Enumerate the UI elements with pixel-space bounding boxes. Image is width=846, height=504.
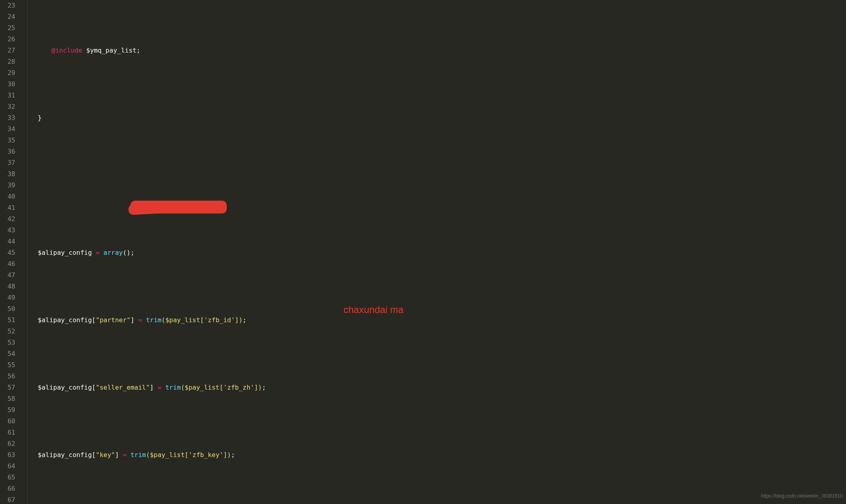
line-number: 38 — [0, 169, 19, 180]
line-number: 30 — [0, 79, 19, 90]
watermark-text: https://blog.csdn.net/weixin_38381610 — [761, 490, 843, 502]
line-number: 34 — [0, 124, 19, 135]
fn-trim: trim — [146, 316, 162, 324]
line-number: 66 — [0, 483, 19, 494]
line-number: 55 — [0, 360, 19, 371]
line-number: 63 — [0, 449, 19, 461]
var-alipay-config: $alipay_config — [38, 249, 92, 256]
line-number: 28 — [0, 56, 19, 67]
line-number: 25 — [0, 22, 19, 34]
annotation-text: chaxundai ma — [344, 304, 403, 315]
line-number: 31 — [0, 90, 19, 101]
key-seller-email: "seller_email" — [96, 384, 150, 391]
line-number: 61 — [0, 427, 19, 438]
var-ymq-pay-list: $ymq_pay_list — [86, 47, 136, 54]
line-number: 36 — [0, 146, 19, 157]
line-number: 44 — [0, 236, 19, 247]
line-number: 62 — [0, 438, 19, 449]
line-number: 26 — [0, 34, 19, 45]
line-number: 48 — [0, 281, 19, 292]
line-number-gutter: 2324252627282930313233343536373839404142… — [0, 0, 19, 504]
line-number: 65 — [0, 472, 19, 483]
line-number: 33 — [0, 112, 19, 124]
line-number: 39 — [0, 180, 19, 191]
line-number: 27 — [0, 45, 19, 56]
line-number: 23 — [0, 0, 19, 11]
code-editor[interactable]: 2324252627282930313233343536373839404142… — [0, 0, 846, 504]
line-number: 56 — [0, 371, 19, 382]
line-number: 37 — [0, 157, 19, 169]
line-number: 24 — [0, 11, 19, 22]
keyword-include: @include — [51, 47, 82, 54]
line-number: 32 — [0, 101, 19, 112]
line-number: 52 — [0, 326, 19, 337]
line-number: 35 — [0, 135, 19, 146]
line-number: 60 — [0, 416, 19, 427]
line-number: 64 — [0, 461, 19, 472]
line-number: 47 — [0, 270, 19, 281]
line-number: 58 — [0, 393, 19, 404]
line-number: 54 — [0, 348, 19, 360]
brace-close: } — [38, 114, 42, 122]
line-number: 41 — [0, 202, 19, 213]
line-number: 67 — [0, 494, 19, 504]
indent-guide — [27, 0, 28, 504]
line-number: 40 — [0, 191, 19, 202]
line-number: 43 — [0, 225, 19, 236]
key-key: "key" — [96, 451, 115, 459]
code-area[interactable]: @include $ymq_pay_list; } $alipay_config… — [19, 0, 846, 504]
line-number: 57 — [0, 382, 19, 393]
line-number: 50 — [0, 303, 19, 315]
fn-array: array — [104, 249, 123, 256]
line-number: 53 — [0, 337, 19, 348]
line-number: 51 — [0, 315, 19, 326]
line-number: 59 — [0, 404, 19, 416]
line-number: 46 — [0, 258, 19, 270]
line-number: 45 — [0, 247, 19, 258]
line-number: 42 — [0, 213, 19, 225]
key-partner: "partner" — [96, 316, 131, 324]
line-number: 49 — [0, 292, 19, 303]
line-number: 29 — [0, 67, 19, 79]
